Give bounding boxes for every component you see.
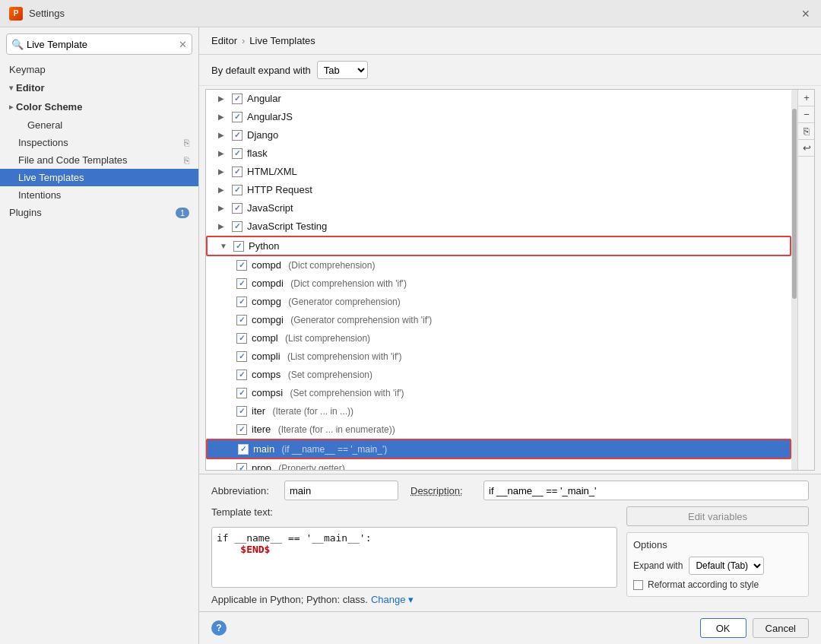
template-textarea[interactable]: if __name__ == '__main__': $END$ (211, 527, 617, 588)
tree-item-flask[interactable]: ▶ flask (206, 144, 791, 163)
remove-button[interactable]: − (798, 106, 814, 123)
tree-item-javascript[interactable]: ▶ JavaScript (206, 199, 791, 217)
tree-item-compsi[interactable]: compsi (Set comprehension with 'if') (206, 384, 791, 402)
js-testing-checkbox[interactable] (232, 221, 242, 232)
breadcrumb-editor: Editor (211, 35, 237, 46)
javascript-checkbox[interactable] (232, 203, 242, 214)
angularjs-checkbox[interactable] (232, 112, 242, 122)
scrollbar-thumb[interactable] (792, 109, 797, 299)
sidebar-item-live-templates[interactable]: Live Templates (0, 169, 198, 186)
chevron-right-icon: ▶ (218, 186, 227, 194)
tree-item-label: Python (249, 240, 279, 252)
tree-scrollbar[interactable] (791, 90, 797, 470)
search-input[interactable] (27, 39, 176, 50)
template-left: Template text: if __name__ == '__main__'… (211, 506, 617, 605)
compl-checkbox[interactable] (236, 333, 247, 344)
description-input[interactable] (483, 481, 809, 500)
tree-item-prop[interactable]: prop (Property getter) (206, 459, 791, 470)
chevron-right-icon: ▶ (218, 204, 227, 212)
close-button[interactable]: ✕ (800, 8, 812, 20)
tree-item-compdi[interactable]: compdi (Dict comprehension with 'if') (206, 274, 791, 293)
tree-item-label: compdi (252, 278, 284, 289)
compli-checkbox[interactable] (236, 351, 247, 362)
copy-button[interactable]: ⎘ (798, 123, 814, 140)
prop-checkbox[interactable] (236, 463, 247, 471)
iter-checkbox[interactable] (236, 406, 247, 417)
tree-item-angularjs[interactable]: ▶ AngularJS (206, 108, 791, 126)
sidebar-item-plugins[interactable]: Plugins 1 (0, 204, 198, 221)
description-label: Description: (410, 485, 471, 496)
compgi-checkbox[interactable] (236, 315, 247, 325)
sidebar-item-general[interactable]: General (0, 116, 198, 134)
chevron-right-icon: ▶ (218, 222, 227, 230)
tree-item-js-testing[interactable]: ▶ JavaScript Testing (206, 217, 791, 236)
http-request-checkbox[interactable] (232, 185, 242, 195)
comps-checkbox[interactable] (236, 370, 247, 380)
applicable-row: Applicable in Python; Python: class. Cha… (211, 594, 617, 605)
tree-item-label: compsi (252, 387, 283, 398)
compd-checkbox[interactable] (236, 260, 247, 271)
abbreviation-input[interactable] (284, 481, 398, 500)
app-icon: P (9, 7, 23, 21)
expand-label: By default expand with (211, 65, 311, 76)
tree-item-html-xml[interactable]: ▶ HTML/XML (206, 163, 791, 181)
sidebar-item-intentions[interactable]: Intentions (0, 186, 198, 204)
reformat-checkbox[interactable] (633, 580, 643, 590)
tree-item-compg[interactable]: compg (Generator comprehension) (206, 293, 791, 311)
tree-item-compgi[interactable]: compgi (Generator comprehension with 'if… (206, 311, 791, 329)
tree-item-http-request[interactable]: ▶ HTTP Request (206, 181, 791, 199)
tree-item-django[interactable]: ▶ Django (206, 126, 791, 144)
angular-checkbox[interactable] (232, 94, 242, 104)
tree-item-comps[interactable]: comps (Set comprehension) (206, 366, 791, 384)
sidebar-item-file-code-templates[interactable]: File and Code Templates ⎘ (0, 151, 198, 169)
tree-item-compd[interactable]: compd (Dict comprehension) (206, 256, 791, 274)
tree-item-compli[interactable]: compli (List comprehension with 'if') (206, 347, 791, 366)
ok-button[interactable]: OK (700, 618, 747, 638)
django-checkbox[interactable] (232, 130, 242, 141)
itere-checkbox[interactable] (236, 424, 247, 435)
compdi-checkbox[interactable] (236, 278, 247, 289)
expand-with-dropdown[interactable]: Default (Tab) Tab Enter Space (689, 557, 764, 575)
add-button[interactable]: + (798, 90, 814, 106)
edit-variables-button[interactable]: Edit variables (626, 506, 809, 526)
tree-item-python[interactable]: ▼ Python (206, 236, 791, 256)
tree-item-desc: (Iterate (for ... in enumerate)) (275, 424, 395, 435)
change-link[interactable]: Change ▾ (371, 594, 414, 605)
expand-dropdown[interactable]: Tab Enter Space (317, 61, 368, 79)
compg-checkbox[interactable] (236, 297, 247, 307)
tree-item-angular[interactable]: ▶ Angular (206, 90, 791, 108)
tree-item-desc: (List comprehension with 'if') (285, 351, 402, 362)
tree-item-label: AngularJS (247, 111, 293, 122)
tree-item-compl[interactable]: compl (List comprehension) (206, 329, 791, 347)
clear-icon[interactable]: ✕ (179, 39, 187, 50)
tree-item-desc: (Iterate (for ... in ...)) (270, 406, 353, 417)
right-buttons: OK Cancel (700, 618, 809, 638)
side-toolbar: + − ⎘ ↩ (797, 90, 814, 470)
help-button[interactable]: ? (211, 620, 227, 636)
cancel-button[interactable]: Cancel (753, 618, 809, 638)
html-xml-checkbox[interactable] (232, 167, 242, 177)
undo-button[interactable]: ↩ (798, 140, 814, 157)
tree-item-desc: (Set comprehension with 'if') (287, 388, 404, 398)
tree-item-main[interactable]: main (if __name__ == '_main_') (206, 439, 791, 459)
search-box[interactable]: 🔍 ✕ (6, 33, 192, 55)
compsi-checkbox[interactable] (236, 388, 247, 398)
expand-with-label: Expand with (633, 560, 683, 571)
sidebar-item-inspections[interactable]: Inspections ⎘ (0, 134, 198, 151)
tree-item-desc: (List comprehension) (283, 333, 370, 344)
tree-item-iter[interactable]: iter (Iterate (for ... in ...)) (206, 402, 791, 420)
sidebar-section: Keymap ▾ Editor ▸ Color Scheme General I… (0, 61, 198, 221)
main-checkbox[interactable] (238, 444, 249, 455)
tree-item-label: Django (247, 129, 278, 141)
tree-item-label: JavaScript (247, 202, 293, 214)
sidebar-item-keymap[interactable]: Keymap (0, 61, 198, 78)
tree-item-itere[interactable]: itere (Iterate (for ... in enumerate)) (206, 420, 791, 439)
flask-checkbox[interactable] (232, 148, 242, 159)
python-checkbox[interactable] (233, 241, 244, 252)
tree-item-desc: (Dict comprehension) (286, 260, 375, 271)
template-end-marker: $END$ (240, 544, 270, 555)
panel-header: Editor › Live Templates (199, 27, 821, 55)
chevron-right-icon: ▶ (218, 167, 227, 176)
sidebar-item-color-scheme[interactable]: ▸ Color Scheme (0, 97, 198, 116)
sidebar-item-editor[interactable]: ▾ Editor (0, 78, 198, 97)
